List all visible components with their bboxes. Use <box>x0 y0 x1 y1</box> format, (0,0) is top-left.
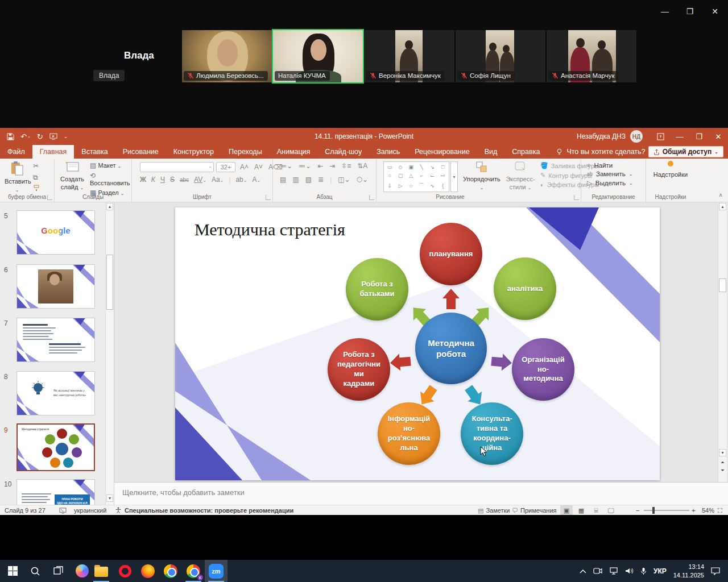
ppt-restore-button[interactable]: ❐ <box>689 128 709 145</box>
previous-slide-icon[interactable]: ⏶ <box>719 459 726 465</box>
start-button[interactable] <box>1 560 24 582</box>
tab-animations[interactable]: Анимация <box>270 145 318 159</box>
slide-thumbnail-8[interactable]: Які асоціації викликає у вас «методична … <box>16 371 95 415</box>
bullets-icon[interactable]: ≔⌄ <box>280 162 292 170</box>
diagram-circle-consultative[interactable]: Консульта- тивна та координа- ційна <box>461 402 523 465</box>
new-slide-button[interactable]: Создать слайд ⌄ <box>58 161 86 191</box>
collapse-ribbon-icon[interactable]: ˄ <box>719 192 722 198</box>
notes-toggle[interactable]: ▤Заметки <box>478 505 510 516</box>
align-left-icon[interactable]: ▤ <box>280 176 286 184</box>
participant-video-tile[interactable]: Софія Лищун <box>456 30 545 82</box>
zoom-app-icon[interactable]: zm <box>205 560 228 582</box>
microphone-icon[interactable] <box>640 567 647 575</box>
numbering-icon[interactable]: ≕⌄ <box>299 162 311 170</box>
zoom-slider-thumb[interactable] <box>652 507 655 514</box>
slideshow-view-icon[interactable]: 🖵 <box>605 505 617 516</box>
clipboard-dialog-launcher[interactable] <box>47 195 52 200</box>
volume-icon[interactable] <box>625 567 634 575</box>
normal-view-icon[interactable]: ▣ <box>560 505 573 516</box>
scroll-up-icon[interactable]: ▲ <box>106 203 113 210</box>
tell-me-box[interactable]: Что вы хотите сделать? <box>556 145 645 159</box>
slide-vertical-scrollbar[interactable]: ▲ ▼ ⏶ ⏷ <box>718 202 727 482</box>
smartart-convert-icon[interactable]: ⬡⌄ <box>357 176 369 184</box>
layout-button[interactable]: ▤ Макет ⌄ <box>90 161 131 169</box>
meeting-camera-icon[interactable] <box>593 567 602 575</box>
participant-video-tile[interactable]: Людмила Березовсь... <box>182 30 272 82</box>
diagram-circle-staff[interactable]: Робота з педагогічни ми кадрами <box>328 338 390 401</box>
notification-center-icon[interactable] <box>711 567 720 575</box>
tab-record[interactable]: Запись <box>369 145 407 159</box>
ribbon-display-options-icon[interactable] <box>651 128 670 145</box>
clock[interactable]: 13:14 14.11.2025 <box>673 563 704 580</box>
scrollbar-thumb[interactable] <box>719 278 726 292</box>
font-name-input[interactable]: ⌄ <box>140 162 214 172</box>
decrease-indent-icon[interactable]: ⇤ <box>317 162 323 170</box>
network-icon[interactable] <box>609 567 618 575</box>
fit-slide-icon[interactable]: ⛶ <box>718 505 722 516</box>
tab-view[interactable]: Вид <box>477 145 505 159</box>
paragraph-dialog-launcher[interactable] <box>369 195 374 200</box>
tab-file[interactable]: Файл <box>0 145 32 159</box>
shapes-gallery-scroll[interactable]: ▾ <box>450 161 458 192</box>
zoom-close-button[interactable]: ✕ <box>709 6 721 17</box>
participant-video-tile[interactable]: Вероніка Максимчук <box>365 30 454 82</box>
slide-title[interactable]: Методична стратегія <box>195 220 345 239</box>
justify-icon[interactable]: ≣ <box>318 176 324 184</box>
cut-icon[interactable]: ✂ <box>33 162 40 170</box>
slide-sorter-icon[interactable]: ▦ <box>575 505 588 516</box>
search-button[interactable] <box>24 560 47 582</box>
diagram-circle-planning[interactable]: планування <box>420 223 482 285</box>
paste-button[interactable]: Вставить⌄ <box>5 161 30 193</box>
reading-view-icon[interactable]: ⌸ <box>590 505 602 516</box>
scroll-down-icon[interactable]: ▼ <box>719 449 726 456</box>
highlight-button[interactable]: ab⌄ <box>235 176 247 184</box>
notes-pane[interactable]: Щелкните, чтобы добавить заметки <box>114 482 728 505</box>
slide-thumbnail-10[interactable]: ПЛАН РОБОТИ ЗДО НА 2025/2026 Н.Р. + ДОДА… <box>16 479 95 505</box>
task-view-button[interactable] <box>47 560 69 582</box>
participant-video-tile[interactable]: Анастасія Марчук <box>547 30 636 82</box>
tab-transitions[interactable]: Переходы <box>221 145 270 159</box>
accessibility-icon[interactable] <box>115 505 122 516</box>
slide-thumbnail-5[interactable]: Google <box>16 210 95 255</box>
columns-icon[interactable]: ◫⌄ <box>338 176 350 184</box>
decrease-font-icon[interactable]: A˅ <box>254 163 263 171</box>
chrome-profile-icon[interactable]: K <box>182 560 205 582</box>
quick-styles-button[interactable]: Экспресс-стили ⌄ <box>503 161 538 191</box>
tray-expand-icon[interactable] <box>580 569 586 573</box>
chrome-icon[interactable] <box>159 560 182 582</box>
zoom-percent[interactable]: 54% <box>702 505 714 516</box>
accessibility-status[interactable]: Специальные возможности: проверьте реком… <box>125 505 293 516</box>
drawing-dialog-launcher[interactable] <box>574 195 579 200</box>
firefox-icon[interactable] <box>136 560 159 582</box>
italic-button[interactable]: К <box>151 176 155 184</box>
addins-button[interactable]: Надстройки <box>651 161 690 179</box>
replace-button[interactable]: abЗаменить⌄ <box>587 171 633 177</box>
zoom-out-icon[interactable]: − <box>636 505 639 516</box>
account-avatar[interactable]: НД <box>630 130 643 143</box>
slide-thumbnail-9-selected[interactable]: Методична стратегія <box>16 423 95 471</box>
align-right-icon[interactable]: ▧ <box>305 176 312 184</box>
comments-toggle[interactable]: 🗩Примечания <box>512 505 557 516</box>
format-painter-icon[interactable] <box>33 185 40 193</box>
change-case-button[interactable]: Aa⌄ <box>212 176 224 184</box>
tab-insert[interactable]: Вставка <box>74 145 115 159</box>
diagram-circle-analytics[interactable]: аналітика <box>494 257 556 320</box>
tab-help[interactable]: Справка <box>504 145 547 159</box>
align-center-icon[interactable]: ▥ <box>292 176 299 184</box>
increase-font-icon[interactable]: A˄ <box>240 163 249 171</box>
bold-button[interactable]: Ж <box>140 176 146 184</box>
zoom-minimize-button[interactable]: — <box>659 6 671 17</box>
scrollbar-thumb[interactable] <box>106 255 113 310</box>
opera-icon[interactable] <box>114 560 136 582</box>
display-settings-icon[interactable] <box>59 505 67 516</box>
diagram-circle-center[interactable]: Методична робота <box>415 313 487 384</box>
strikethrough-button[interactable]: S <box>170 176 175 184</box>
language-status[interactable]: украинский <box>74 505 106 516</box>
ppt-minimize-button[interactable]: — <box>670 128 689 145</box>
notes-placeholder[interactable]: Щелкните, чтобы добавить заметки <box>122 488 245 497</box>
thumbnail-scrollbar[interactable]: ▲ ▼ <box>105 202 114 505</box>
shapes-gallery[interactable]: ▭◇▣╲↘□ ○▢△⌐⌙⇨ ⇩▷☆⌒∿{ <box>383 161 449 192</box>
participant-video-tile-active[interactable]: Наталія КУЧМА <box>273 30 363 82</box>
tab-home[interactable]: Главная <box>32 145 75 159</box>
file-explorer-icon[interactable] <box>90 560 113 582</box>
